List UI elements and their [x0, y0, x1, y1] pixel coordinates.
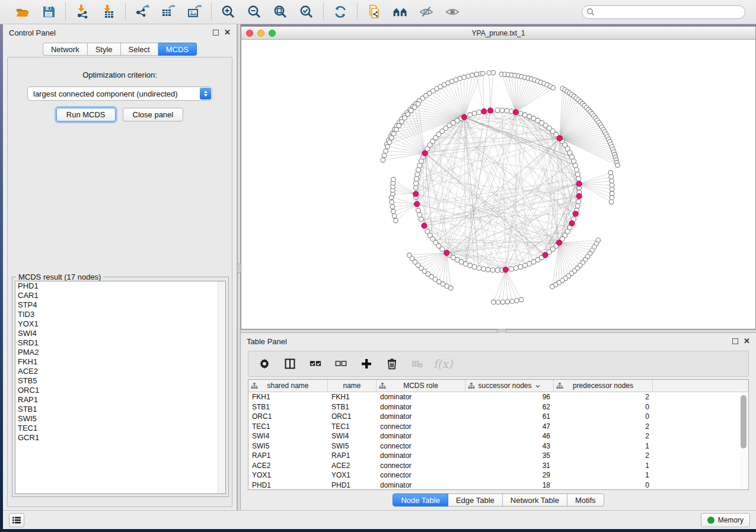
- tab-network[interactable]: Network: [43, 43, 88, 56]
- first-neighbors-icon[interactable]: [392, 4, 409, 20]
- columns-icon[interactable]: [283, 357, 296, 370]
- table-row[interactable]: TEC1TEC1connector472: [248, 422, 748, 432]
- mcds-tab-content: Optimization criterion: largest connecte…: [7, 57, 232, 507]
- list-item[interactable]: CAR1: [15, 291, 225, 300]
- table-cell: FKH1: [328, 392, 377, 402]
- list-item[interactable]: STP4: [15, 300, 225, 310]
- add-row-icon[interactable]: [360, 357, 373, 370]
- gear-icon[interactable]: [258, 357, 271, 370]
- export-table-icon[interactable]: [160, 4, 177, 20]
- table-scrollbar[interactable]: [740, 393, 747, 489]
- list-item[interactable]: YOX1: [15, 319, 225, 329]
- list-item[interactable]: ORC1: [15, 386, 225, 395]
- zoom-fit-icon[interactable]: [272, 4, 289, 20]
- table-cell: YOX1: [328, 470, 377, 480]
- zoom-in-icon[interactable]: [220, 4, 237, 20]
- list-item[interactable]: RAP1: [15, 395, 225, 405]
- clone-network-icon[interactable]: [366, 4, 382, 20]
- list-item[interactable]: STB5: [15, 376, 225, 386]
- table-cell: 29: [465, 470, 554, 480]
- table-panel: Table Panel ✕ f(x) shared namenameMCDS r…: [241, 333, 756, 510]
- column-header-name[interactable]: name: [328, 380, 377, 392]
- list-item[interactable]: STB1: [15, 405, 225, 414]
- column-header-MCDS-role[interactable]: MCDS role: [377, 380, 465, 392]
- close-table-panel-icon[interactable]: ✕: [744, 338, 750, 344]
- sort-desc-icon: [535, 383, 541, 389]
- table-row[interactable]: FKH1FKH1dominator962: [248, 392, 748, 402]
- result-list-scrollbar[interactable]: [218, 281, 225, 493]
- column-header-shared-name[interactable]: shared name: [248, 380, 328, 392]
- tab-network-table[interactable]: Network Table: [503, 493, 567, 507]
- deselect-all-icon[interactable]: [334, 357, 347, 370]
- float-panel-icon[interactable]: [213, 30, 219, 36]
- list-item[interactable]: FKH1: [15, 357, 225, 367]
- tab-select[interactable]: Select: [121, 43, 158, 56]
- close-panel-button[interactable]: Close panel: [123, 108, 184, 121]
- list-item[interactable]: SRD1: [15, 338, 225, 348]
- memory-button[interactable]: Memory: [701, 513, 750, 527]
- run-mcds-button[interactable]: Run MCDS: [56, 108, 116, 121]
- table-row[interactable]: RAP1RAP1dominator352: [248, 451, 748, 461]
- search-input[interactable]: [582, 5, 745, 19]
- table-cell: ORC1: [328, 412, 377, 422]
- table-cell: 1: [554, 470, 653, 480]
- mcds-result-list[interactable]: PHD1CAR1STP4TID3YOX1SWI4SRD1PMA2FKH1ACE2…: [15, 281, 226, 494]
- table-row[interactable]: PHD1PHD1dominator180: [248, 480, 748, 491]
- list-item[interactable]: ACE2: [15, 367, 225, 376]
- table-row[interactable]: YOX1YOX1connector291: [248, 470, 748, 480]
- table-panel-tabs: Node TableEdge TableNetwork TableMotifs: [241, 493, 756, 507]
- tab-style[interactable]: Style: [88, 43, 121, 56]
- table-row[interactable]: SWI4SWI4dominator462: [248, 431, 748, 441]
- export-network-icon[interactable]: [134, 4, 151, 20]
- list-item[interactable]: SWI5: [15, 414, 225, 424]
- import-table-icon[interactable]: [100, 4, 117, 20]
- table-cell: 31: [465, 461, 554, 471]
- table-cell: 2: [554, 392, 653, 402]
- list-item[interactable]: GCR1: [15, 433, 225, 443]
- delete-row-icon[interactable]: [385, 357, 398, 370]
- save-session-icon[interactable]: [40, 4, 57, 20]
- open-file-icon[interactable]: [14, 4, 31, 20]
- task-history-button[interactable]: [9, 513, 24, 527]
- list-item[interactable]: PHD1: [15, 281, 225, 291]
- hide-selected-icon[interactable]: [418, 4, 435, 20]
- function-builder-icon: f(x): [436, 357, 449, 370]
- column-header-successor-nodes[interactable]: successor nodes: [465, 380, 554, 392]
- table-row[interactable]: ACE2ACE2connector311: [248, 461, 748, 471]
- show-all-icon[interactable]: [444, 4, 461, 20]
- tab-edge-table[interactable]: Edge Table: [448, 493, 503, 507]
- table-scrollbar-thumb[interactable]: [741, 395, 747, 448]
- tab-node-table[interactable]: Node Table: [393, 493, 448, 507]
- export-image-icon[interactable]: [186, 4, 203, 20]
- list-item[interactable]: TID3: [15, 310, 225, 319]
- table-cell: connector: [377, 470, 465, 480]
- zoom-out-icon[interactable]: [246, 4, 263, 20]
- table-panel-title: Table Panel: [247, 337, 287, 346]
- table-panel-titlebar: Table Panel ✕: [241, 333, 756, 350]
- zoom-selected-icon[interactable]: [298, 4, 315, 20]
- table-row[interactable]: STB1STB1dominator620: [248, 402, 748, 412]
- table-cell: 47: [465, 422, 554, 432]
- criterion-select[interactable]: largest connected component (undirected): [27, 86, 212, 101]
- float-table-panel-icon[interactable]: [732, 338, 738, 344]
- tab-motifs[interactable]: Motifs: [567, 493, 604, 507]
- import-network-icon[interactable]: [74, 4, 91, 20]
- table-row[interactable]: ORC1ORC1dominator610: [248, 412, 748, 422]
- refresh-view-icon[interactable]: [332, 4, 349, 20]
- list-item[interactable]: TEC1: [15, 424, 225, 433]
- network-window-titlebar[interactable]: YPA_prune.txt_1: [241, 27, 755, 40]
- table-cell: PHD1: [328, 480, 377, 491]
- tab-mcds[interactable]: MCDS: [158, 43, 197, 56]
- table-cell: 0: [554, 412, 653, 422]
- table-row[interactable]: SWI5SWI5connector431: [248, 441, 748, 451]
- table-cell: connector: [377, 441, 465, 451]
- list-item[interactable]: SWI4: [15, 329, 225, 338]
- column-header-predecessor-nodes[interactable]: predecessor nodes: [554, 380, 653, 392]
- memory-status-icon: [707, 517, 714, 524]
- select-all-icon[interactable]: [309, 357, 322, 370]
- network-graph-canvas[interactable]: [241, 40, 755, 329]
- table-cell: dominator: [377, 402, 465, 412]
- list-item[interactable]: PMA2: [15, 348, 225, 357]
- close-panel-icon[interactable]: ✕: [224, 30, 231, 36]
- table-cell: TEC1: [328, 422, 377, 432]
